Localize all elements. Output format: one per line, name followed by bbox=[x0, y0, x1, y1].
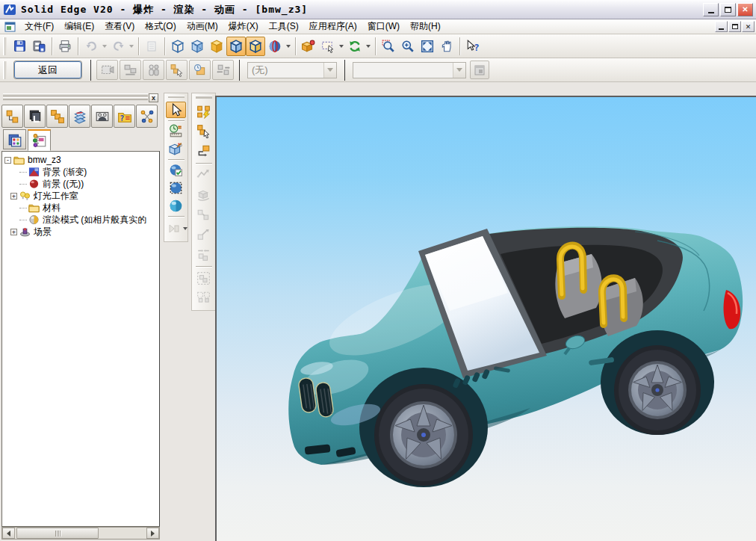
toolbar-grip[interactable] bbox=[3, 61, 7, 79]
zoom-area-button[interactable] bbox=[379, 37, 398, 56]
save-button[interactable] bbox=[10, 37, 29, 56]
auto-explode-button[interactable] bbox=[193, 102, 214, 121]
drag-part-tool-button[interactable] bbox=[193, 226, 214, 244]
dropdown-arrow-button[interactable] bbox=[323, 63, 336, 78]
tab-render-setup[interactable] bbox=[28, 129, 51, 151]
zoom-button[interactable] bbox=[398, 37, 418, 56]
reposition-tool-button[interactable] bbox=[193, 185, 214, 204]
common-views-button[interactable] bbox=[299, 37, 318, 56]
select-display-tool-button[interactable] bbox=[166, 180, 186, 197]
menu-item-view[interactable]: 查看(V) bbox=[99, 19, 140, 34]
tree-row-material[interactable]: 材料 bbox=[4, 202, 159, 214]
hierarchy-tool-button[interactable] bbox=[1, 105, 23, 128]
scroll-left-button[interactable] bbox=[2, 528, 15, 539]
menu-item-applications[interactable]: 应用程序(A) bbox=[304, 19, 362, 34]
layers-stack-tool-button[interactable] bbox=[24, 105, 46, 128]
child-minimize-button[interactable] bbox=[715, 21, 728, 32]
flow-line-button[interactable] bbox=[193, 142, 214, 161]
spacing-tool-button[interactable] bbox=[193, 245, 214, 264]
return-button[interactable]: 返回 bbox=[14, 61, 81, 78]
tree-row-root[interactable]: - bmw_z3 bbox=[4, 154, 159, 166]
tree-label-foreground[interactable]: 前景 ((无)) bbox=[43, 178, 84, 191]
fit-button[interactable] bbox=[418, 37, 437, 56]
select-options-button[interactable] bbox=[318, 37, 338, 56]
expand-toggle[interactable]: + bbox=[10, 193, 17, 200]
help-button[interactable]: ? bbox=[463, 37, 483, 56]
update-views-dropdown[interactable] bbox=[365, 37, 372, 56]
cascade-tool-button[interactable] bbox=[46, 105, 68, 128]
tree-row-foreground[interactable]: 前景 ((无)) bbox=[4, 178, 159, 190]
redo-dropdown[interactable] bbox=[128, 37, 135, 56]
render-setup-tool-button[interactable] bbox=[166, 162, 186, 179]
tree-row-background[interactable]: 背景 (渐变) bbox=[4, 166, 159, 178]
actors-button[interactable] bbox=[143, 60, 164, 80]
save-as-movie-button[interactable] bbox=[29, 37, 49, 56]
car-model[interactable] bbox=[284, 224, 749, 492]
relations-tool-button[interactable] bbox=[136, 105, 158, 128]
expand-toggle[interactable]: + bbox=[10, 229, 17, 235]
view-shaded-with-edges-button[interactable] bbox=[226, 37, 246, 56]
sheets-tool-button[interactable] bbox=[69, 105, 90, 128]
menu-item-edit[interactable]: 编辑(E) bbox=[59, 19, 99, 34]
tree-row-lights[interactable]: + 灯光工作室 bbox=[4, 190, 159, 202]
select-options-dropdown[interactable] bbox=[338, 37, 345, 56]
toolbar-grip[interactable] bbox=[3, 37, 7, 55]
play-dropdown[interactable] bbox=[183, 227, 188, 230]
view-shaded-button[interactable] bbox=[207, 37, 226, 56]
restore-button[interactable] bbox=[720, 3, 736, 16]
camera-view-button[interactable] bbox=[470, 61, 489, 79]
render-options-tool-button[interactable] bbox=[166, 141, 186, 158]
measure-tool-button[interactable] bbox=[166, 123, 186, 140]
explode-select-button[interactable] bbox=[193, 122, 214, 140]
print-button[interactable] bbox=[55, 37, 75, 56]
tree-label-background[interactable]: 背景 (渐变) bbox=[43, 166, 87, 179]
tab-library[interactable] bbox=[3, 129, 26, 149]
collapse-toggle[interactable]: - bbox=[4, 157, 11, 164]
menu-item-animation[interactable]: 动画(M) bbox=[182, 19, 223, 34]
scrollbar-track[interactable] bbox=[99, 528, 146, 539]
menu-item-window[interactable]: 窗口(W) bbox=[362, 19, 405, 34]
camera-path-button[interactable] bbox=[96, 60, 118, 80]
move-parts-button[interactable] bbox=[212, 60, 234, 80]
bind-tool-button[interactable] bbox=[193, 166, 214, 185]
toolbar-grip[interactable] bbox=[196, 96, 212, 99]
view-wireframe-button[interactable] bbox=[168, 37, 188, 56]
scroll-right-button[interactable] bbox=[146, 528, 159, 539]
redo-button[interactable] bbox=[108, 37, 128, 56]
menu-item-format[interactable]: 格式(O) bbox=[140, 19, 181, 34]
menu-item-file[interactable]: 文件(F) bbox=[19, 19, 59, 34]
menu-item-tools[interactable]: 工具(S) bbox=[264, 19, 304, 34]
select-tool-button[interactable] bbox=[166, 102, 186, 118]
child-close-button[interactable]: ✕ bbox=[742, 21, 755, 32]
paste-button[interactable] bbox=[142, 37, 161, 56]
close-button[interactable]: ✕ bbox=[737, 3, 753, 16]
select-config-button[interactable] bbox=[193, 269, 214, 288]
panel-grip[interactable]: x bbox=[1, 93, 160, 103]
tree-row-scene[interactable]: + 场景 bbox=[4, 226, 159, 238]
tree-label-render-mode[interactable]: 渲染模式 (如相片般真实的 bbox=[43, 214, 146, 226]
tree-row-render-mode[interactable]: 渲染模式 (如相片般真实的 bbox=[4, 214, 159, 226]
undo-button[interactable] bbox=[81, 37, 101, 56]
tree-horizontal-scrollbar[interactable] bbox=[1, 527, 160, 540]
tree-label-lights[interactable]: 灯光工作室 bbox=[34, 190, 78, 203]
tree-label-material[interactable]: 材料 bbox=[43, 202, 61, 214]
toolbar-grip[interactable] bbox=[168, 96, 185, 98]
tree-label-scene[interactable]: 场景 bbox=[34, 226, 52, 238]
menu-item-help[interactable]: 帮助(H) bbox=[405, 19, 446, 34]
play-animation-button[interactable] bbox=[165, 219, 182, 238]
pan-button[interactable] bbox=[437, 37, 456, 56]
view-visible-edges-button[interactable] bbox=[246, 37, 265, 56]
sphere-tool-button[interactable] bbox=[166, 198, 186, 214]
tree-label-root[interactable]: bmw_z3 bbox=[28, 155, 61, 165]
update-views-button[interactable] bbox=[345, 37, 365, 56]
select-explode-events-button[interactable] bbox=[166, 60, 188, 80]
view-hidden-edges-button[interactable] bbox=[188, 37, 207, 56]
help-folder-tool-button[interactable]: ? bbox=[114, 105, 135, 128]
menu-item-explode[interactable]: 爆炸(X) bbox=[223, 19, 264, 34]
view-style-button[interactable] bbox=[265, 37, 285, 56]
view-style-dropdown[interactable] bbox=[285, 37, 292, 56]
motor-duration-button[interactable] bbox=[189, 60, 211, 80]
motion-dropdown[interactable]: (无) bbox=[247, 62, 337, 78]
minimize-button[interactable] bbox=[703, 3, 719, 16]
select-parts-button[interactable] bbox=[193, 288, 214, 307]
